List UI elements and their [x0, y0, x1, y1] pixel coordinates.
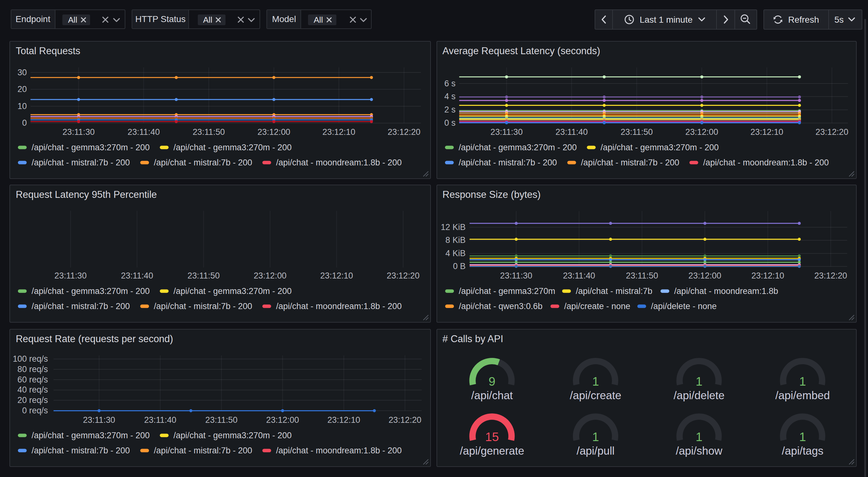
svg-text:0 s: 0 s — [444, 118, 456, 127]
svg-text:/api/chat - mistral:7b - 200: /api/chat - mistral:7b - 200 — [32, 446, 130, 455]
svg-text:/api/chat - gemma3:270m - 200: /api/chat - gemma3:270m - 200 — [174, 430, 292, 440]
svg-text:23:11:50: 23:11:50 — [188, 271, 220, 280]
svg-text:/api/chat - mistral:7b - 200: /api/chat - mistral:7b - 200 — [154, 157, 252, 167]
svg-text:0 B: 0 B — [453, 261, 465, 271]
svg-text:23:11:30: 23:11:30 — [83, 415, 115, 424]
svg-text:40 req/s: 40 req/s — [18, 385, 48, 394]
svg-text:/api/chat - gemma3:270m - 200: /api/chat - gemma3:270m - 200 — [32, 142, 150, 152]
svg-text:23:11:30: 23:11:30 — [500, 271, 532, 280]
svg-text:23:12:10: 23:12:10 — [320, 271, 353, 280]
svg-text:/api/chat - mistral:7b - 200: /api/chat - mistral:7b - 200 — [154, 446, 252, 455]
svg-text:/api/chat - qwen3:0.6b: /api/chat - qwen3:0.6b — [459, 301, 542, 311]
svg-text:/api/generate: /api/generate — [460, 444, 524, 456]
svg-text:/api/chat - gemma3:270m - 200: /api/chat - gemma3:270m - 200 — [32, 430, 150, 440]
svg-text:/api/pull: /api/pull — [576, 444, 615, 456]
svg-text:20: 20 — [18, 84, 27, 94]
svg-text:20 req/s: 20 req/s — [18, 395, 48, 405]
svg-text:6 s: 6 s — [444, 79, 456, 88]
svg-text:23:11:30: 23:11:30 — [490, 127, 523, 137]
svg-text:23:12:20: 23:12:20 — [387, 271, 420, 280]
svg-text:0: 0 — [22, 118, 27, 127]
svg-text:80 req/s: 80 req/s — [18, 364, 48, 374]
svg-text:/api/chat - mistral:7b - 200: /api/chat - mistral:7b - 200 — [581, 157, 679, 167]
svg-text:23:11:40: 23:11:40 — [563, 271, 595, 280]
svg-text:/api/tags: /api/tags — [782, 444, 823, 456]
svg-text:23:11:40: 23:11:40 — [144, 415, 176, 424]
svg-text:30: 30 — [18, 67, 27, 77]
svg-text:/api/chat - gemma3:270m - 200: /api/chat - gemma3:270m - 200 — [32, 286, 150, 296]
svg-text:2 s: 2 s — [444, 105, 456, 114]
svg-text:1: 1 — [695, 374, 702, 388]
svg-text:23:11:40: 23:11:40 — [555, 127, 587, 137]
svg-text:23:11:30: 23:11:30 — [55, 271, 87, 280]
svg-text:23:12:20: 23:12:20 — [388, 127, 421, 137]
svg-text:23:11:50: 23:11:50 — [620, 127, 653, 137]
svg-text:/api/chat - moondream:1.8b - 2: /api/chat - moondream:1.8b - 200 — [276, 301, 402, 311]
svg-text:10: 10 — [18, 101, 27, 111]
svg-text:60 req/s: 60 req/s — [18, 375, 48, 384]
svg-text:8 KiB: 8 KiB — [445, 235, 465, 244]
svg-text:23:12:10: 23:12:10 — [750, 127, 783, 137]
svg-text:23:12:00: 23:12:00 — [685, 127, 718, 137]
svg-text:23:11:50: 23:11:50 — [206, 415, 238, 424]
svg-text:/api/chat - gemma3:270m - 200: /api/chat - gemma3:270m - 200 — [459, 142, 577, 152]
svg-text:23:11:50: 23:11:50 — [626, 271, 658, 280]
svg-text:23:12:10: 23:12:10 — [751, 271, 784, 280]
svg-text:/api/embed: /api/embed — [775, 389, 830, 401]
svg-text:4 KiB: 4 KiB — [445, 248, 465, 258]
svg-text:23:11:50: 23:11:50 — [193, 127, 225, 137]
svg-text:1: 1 — [592, 430, 599, 443]
svg-text:/api/chat - mistral:7b: /api/chat - mistral:7b — [576, 286, 652, 296]
svg-text:/api/chat - mistral:7b - 200: /api/chat - mistral:7b - 200 — [154, 301, 252, 311]
svg-text:/api/chat - moondream:1.8b - 2: /api/chat - moondream:1.8b - 200 — [276, 157, 402, 167]
svg-text:/api/chat: /api/chat — [471, 389, 513, 401]
svg-text:/api/show: /api/show — [676, 444, 722, 456]
svg-text:23:12:20: 23:12:20 — [389, 415, 422, 424]
svg-text:/api/chat - gemma3:270m: /api/chat - gemma3:270m — [459, 286, 555, 296]
svg-text:9: 9 — [489, 374, 495, 388]
svg-text:23:11:40: 23:11:40 — [128, 127, 160, 137]
svg-text:/api/chat - mistral:7b - 200: /api/chat - mistral:7b - 200 — [459, 157, 557, 167]
svg-text:23:12:10: 23:12:10 — [323, 127, 355, 137]
svg-text:23:12:00: 23:12:00 — [688, 271, 721, 280]
svg-text:1: 1 — [799, 430, 806, 443]
svg-text:15: 15 — [485, 430, 499, 443]
svg-text:0 req/s: 0 req/s — [22, 406, 48, 415]
svg-text:23:11:40: 23:11:40 — [121, 271, 153, 280]
svg-text:23:12:00: 23:12:00 — [254, 271, 287, 280]
svg-text:23:11:30: 23:11:30 — [63, 127, 95, 137]
svg-text:1: 1 — [695, 430, 702, 443]
svg-text:/api/chat - gemma3:270m - 200: /api/chat - gemma3:270m - 200 — [174, 142, 292, 152]
svg-text:/api/chat - moondream:1.8b - 2: /api/chat - moondream:1.8b - 200 — [703, 157, 829, 167]
svg-text:23:12:10: 23:12:10 — [328, 415, 360, 424]
svg-text:/api/create - none: /api/create - none — [564, 301, 630, 311]
svg-text:/api/chat - gemma3:270m - 200: /api/chat - gemma3:270m - 200 — [174, 286, 292, 296]
svg-text:1: 1 — [799, 374, 806, 388]
svg-text:4 s: 4 s — [444, 91, 456, 101]
svg-text:/api/chat - moondream:1.8b: /api/chat - moondream:1.8b — [674, 286, 778, 296]
svg-text:/api/delete - none: /api/delete - none — [651, 301, 716, 311]
svg-text:12 KiB: 12 KiB — [441, 222, 465, 232]
svg-text:/api/chat - mistral:7b - 200: /api/chat - mistral:7b - 200 — [32, 301, 130, 311]
svg-text:/api/create: /api/create — [570, 389, 621, 401]
svg-text:/api/chat - moondream:1.8b - 2: /api/chat - moondream:1.8b - 200 — [276, 446, 402, 455]
svg-text:23:12:20: 23:12:20 — [815, 127, 848, 137]
svg-text:23:12:00: 23:12:00 — [258, 127, 290, 137]
svg-text:/api/delete: /api/delete — [673, 389, 724, 401]
svg-text:100 req/s: 100 req/s — [13, 354, 48, 363]
svg-text:23:12:20: 23:12:20 — [814, 271, 847, 280]
svg-text:/api/chat - mistral:7b - 200: /api/chat - mistral:7b - 200 — [32, 157, 130, 167]
svg-text:/api/chat - gemma3:270m - 200: /api/chat - gemma3:270m - 200 — [600, 142, 718, 152]
svg-text:1: 1 — [592, 374, 599, 388]
svg-text:23:12:00: 23:12:00 — [267, 415, 299, 424]
